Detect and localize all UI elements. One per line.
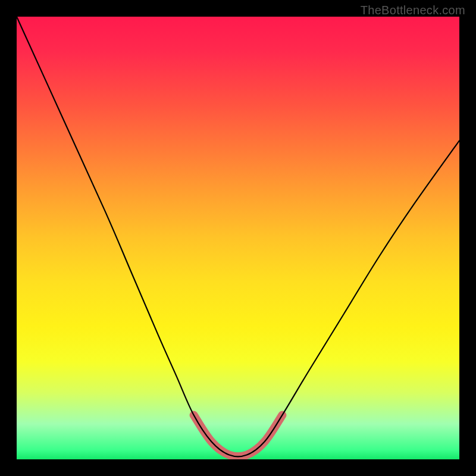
watermark-text: TheBottleneck.com [361, 4, 465, 17]
bottleneck-curve [17, 17, 459, 457]
bottleneck-curve-svg [17, 17, 459, 459]
chart-container: TheBottleneck.com [0, 0, 476, 476]
plot-area [17, 17, 459, 459]
